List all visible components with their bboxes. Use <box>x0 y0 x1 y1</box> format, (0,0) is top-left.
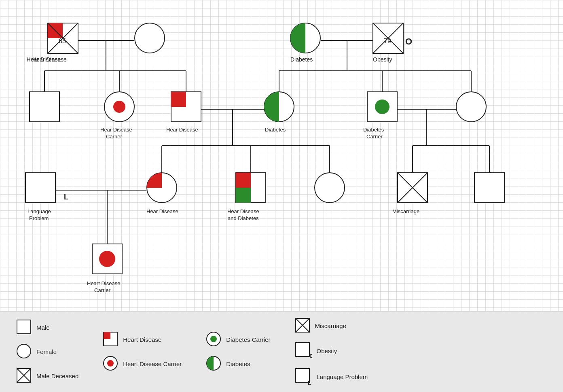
svg-point-58 <box>456 92 486 122</box>
heart-disease-label: Heart Disease <box>123 336 161 343</box>
svg-rect-59 <box>25 173 55 203</box>
svg-text:L: L <box>308 379 311 385</box>
male-label: Male <box>36 324 50 331</box>
legend-col-3: Diabetes Carrier Diabetes <box>206 331 270 373</box>
svg-text:Language: Language <box>28 208 51 214</box>
svg-rect-50 <box>171 92 186 107</box>
svg-point-76 <box>99 251 115 267</box>
svg-text:Obesity: Obesity <box>373 56 392 63</box>
svg-text:Carrier: Carrier <box>106 133 122 140</box>
svg-rect-74 <box>474 173 504 203</box>
lang-problem-symbol: L <box>295 368 312 386</box>
hd-carrier-label: Heart Disease Carrier <box>123 360 182 367</box>
svg-rect-65 <box>236 173 251 188</box>
svg-text:Hear Disease: Hear Disease <box>227 208 259 214</box>
svg-text:Diabetes: Diabetes <box>290 56 313 63</box>
svg-rect-85 <box>104 332 110 339</box>
legend-col-4: Miscarriage O Obesity L La <box>295 318 368 386</box>
main-container: L 65 Hear Disease Hear Disease Diabetes <box>0 0 563 392</box>
svg-text:Carrier: Carrier <box>366 133 383 140</box>
male-deceased-symbol <box>16 368 32 385</box>
svg-text:Diabetes: Diabetes <box>265 127 286 133</box>
svg-rect-96 <box>296 369 309 382</box>
miscarriage-symbol <box>295 318 310 335</box>
diabetes-carrier-label: Diabetes Carrier <box>226 336 270 343</box>
svg-text:65: 65 <box>59 38 66 44</box>
svg-point-69 <box>315 173 345 203</box>
svg-rect-44 <box>30 92 59 122</box>
obesity-label: Obesity <box>317 348 337 354</box>
legend-miscarriage: Miscarriage <box>295 318 368 335</box>
legend-heart-disease: Heart Disease <box>103 331 182 348</box>
female-label: Female <box>36 348 57 355</box>
legend-col-1: Male Female Male Deceased <box>16 319 78 385</box>
legend-obesity: O Obesity <box>295 342 368 360</box>
hd-carrier-symbol <box>103 356 118 373</box>
svg-rect-94 <box>296 343 309 356</box>
heart-disease-symbol <box>103 331 118 348</box>
legend-col-2: Heart Disease Heart Disease Carrier <box>103 331 182 373</box>
male-symbol <box>16 319 32 336</box>
svg-text:L: L <box>64 193 68 201</box>
legend-lang-problem: L Language Problem <box>295 368 368 386</box>
svg-point-87 <box>107 360 114 367</box>
lang-problem-label: Language Problem <box>317 373 368 380</box>
svg-text:Diabetes: Diabetes <box>363 127 384 133</box>
svg-text:O: O <box>309 353 312 359</box>
svg-point-80 <box>17 344 31 358</box>
svg-rect-66 <box>236 188 251 203</box>
svg-text:Hear Disease: Hear Disease <box>100 127 132 133</box>
female-symbol <box>16 343 32 360</box>
diabetes-carrier-symbol <box>206 331 221 348</box>
svg-text:Problem: Problem <box>29 215 49 221</box>
svg-text:Miscarriage: Miscarriage <box>392 208 419 214</box>
diabetes-symbol <box>206 356 221 373</box>
diagram-area: L 65 Hear Disease Hear Disease Diabetes <box>0 0 563 311</box>
svg-point-35 <box>135 23 165 53</box>
svg-rect-79 <box>17 320 31 334</box>
svg-text:Hear Disease: Hear Disease <box>146 208 178 214</box>
legend-female: Female <box>16 343 78 360</box>
svg-point-89 <box>210 336 217 342</box>
svg-text:Hear Disease: Hear Disease <box>166 127 198 133</box>
legend-hd-carrier: Heart Disease Carrier <box>103 356 182 373</box>
miscarriage-label: Miscarriage <box>315 322 347 329</box>
legend-diabetes: Diabetes <box>206 356 270 373</box>
svg-text:Heart Disease: Heart Disease <box>87 280 120 286</box>
legend-male-deceased: Male Deceased <box>16 368 78 385</box>
svg-text:and Diabetes: and Diabetes <box>228 215 259 221</box>
svg-text:Hear Disease: Hear Disease <box>32 56 67 63</box>
svg-point-55 <box>375 100 389 114</box>
diagram-svg: L 65 Hear Disease Hear Disease Diabetes <box>0 0 563 311</box>
legend-area: Male Female Male Deceased <box>0 311 563 392</box>
svg-text:O: O <box>405 36 412 47</box>
svg-text:79: 79 <box>384 38 391 44</box>
obesity-symbol: O <box>295 342 312 360</box>
legend-male: Male <box>16 319 78 336</box>
legend-diabetes-carrier: Diabetes Carrier <box>206 331 270 348</box>
male-deceased-label: Male Deceased <box>36 373 78 379</box>
svg-text:Carrier: Carrier <box>94 287 110 293</box>
diabetes-label: Diabetes <box>226 360 250 367</box>
svg-point-46 <box>113 101 125 113</box>
